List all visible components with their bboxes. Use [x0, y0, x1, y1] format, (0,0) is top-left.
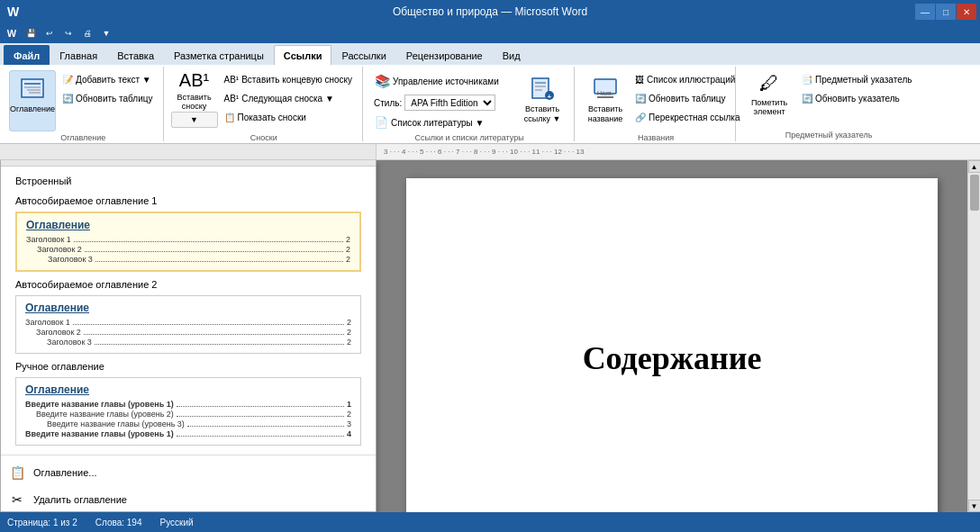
style-row: Стиль: APA Fifth Edition MLA Chicago: [370, 93, 514, 113]
citations-area: 📚 Управление источниками Стиль: APA Fift…: [370, 70, 514, 131]
footnote-group-label: Сноски: [171, 131, 358, 142]
undo-btn[interactable]: ↩: [41, 25, 58, 41]
remove-toc-item[interactable]: ✂ Удалить оглавление: [1, 486, 376, 512]
chevron-down-icon: ▼: [190, 115, 198, 124]
update-table-btn[interactable]: 🔄 Обновить таблицу: [58, 89, 158, 107]
vertical-scrollbar[interactable]: ▲ ▼: [967, 160, 980, 512]
ribbon: Оглавление 📝 Добавить текст ▼ 🔄 Обновить…: [0, 65, 980, 144]
insert-caption-icon: Назв.: [591, 74, 620, 103]
insert-endnote-btn[interactable]: AB¹ Вставить концевую сноску: [220, 70, 358, 88]
update-captions-icon: 🔄: [635, 94, 646, 104]
show-notes-btn[interactable]: 📋 Показать сноски: [220, 108, 358, 126]
manual-toc-section-title: Ручное оглавление: [8, 356, 368, 375]
auto-toc-2-preview[interactable]: Оглавление Заголовок 12 Заголовок 22 Заг…: [15, 295, 361, 354]
toc1-line3: Заголовок 32: [26, 255, 350, 264]
close-button[interactable]: ✕: [957, 4, 976, 20]
cross-ref-icon: 🔗: [635, 113, 646, 122]
manual-line4: Введите название главы (уровень 1)4: [25, 429, 351, 438]
bibliography-btn[interactable]: 📄 Список литературы ▼: [370, 113, 514, 131]
citations-content: 📚 Управление источниками Стиль: APA Fift…: [370, 68, 568, 131]
dropdown-arrow[interactable]: ▼: [98, 25, 114, 41]
ruler-left-pad: [0, 144, 377, 159]
style-label: Стиль:: [374, 98, 402, 108]
add-text-icon: 📝: [62, 75, 73, 85]
cite-top-btns: 📚 Управление источниками Стиль: APA Fift…: [370, 70, 514, 131]
captions-group-label: Названия: [582, 131, 730, 142]
footnote-content: AB¹ Вставитьсноску ▼ AB¹ Вставить концев…: [171, 68, 358, 131]
toc-group-label: Оглавление: [9, 131, 158, 142]
svg-text:+: +: [548, 93, 552, 101]
tab-references[interactable]: Ссылки: [274, 45, 332, 65]
style-select[interactable]: APA Fifth Edition MLA Chicago: [404, 95, 495, 111]
auto-toc-1-heading: Оглавление: [26, 219, 350, 231]
auto-toc-1-section-title: Автособираемое оглавление 1: [8, 190, 368, 210]
insert-citation-btn[interactable]: + Вставитьссылку ▼: [516, 70, 568, 131]
insert-footnote-label: Вставитьсноску: [177, 93, 211, 111]
insert-caption-btn[interactable]: Назв. Вставитьназвание: [582, 70, 629, 131]
toc-label: Оглавление: [10, 104, 55, 114]
ribbon-tabs: Файл Главная Вставка Разметка страницы С…: [0, 43, 980, 65]
scroll-thumb: [970, 175, 979, 211]
index-content: 🖊 Пометитьэлемент 📑 Предметный указатель…: [743, 68, 914, 129]
main-content: ВстроенныйАвтособираемое оглавление 1 Ог…: [0, 160, 980, 512]
table-of-figures-btn[interactable]: 🖼 Список иллюстраций: [631, 70, 730, 88]
tab-review[interactable]: Рецензирование: [396, 45, 493, 65]
toc-secondary-btns: 📝 Добавить текст ▼ 🔄 Обновить таблицу: [58, 70, 158, 107]
tab-file[interactable]: Файл: [4, 45, 50, 65]
print-btn[interactable]: 🖨: [79, 25, 95, 41]
manual-toc-preview[interactable]: Оглавление Введите название главы (урове…: [15, 377, 361, 446]
word-icon-btn[interactable]: W: [4, 25, 20, 41]
tab-insert[interactable]: Вставка: [107, 45, 164, 65]
cross-reference-btn[interactable]: 🔗 Перекрестная ссылка: [631, 108, 730, 126]
scroll-down-btn[interactable]: ▼: [968, 500, 981, 512]
window-controls: — □ ✕: [915, 4, 976, 20]
auto-toc-1-preview[interactable]: Оглавление Заголовок 12 Заголовок 22 Заг…: [15, 212, 361, 272]
update-table-captions-btn[interactable]: 🔄 Обновить таблицу: [631, 89, 730, 107]
mark-entry-btn[interactable]: 🖊 Пометитьэлемент: [746, 70, 793, 117]
index-icon: 📑: [802, 75, 812, 85]
scroll-up-btn[interactable]: ▲: [968, 160, 981, 173]
endnote-icon: AB¹: [224, 75, 240, 85]
toc-dropdown-panel: ВстроенныйАвтособираемое оглавление 1 Ог…: [0, 160, 377, 512]
insert-footnote-area: AB¹ Вставитьсноску ▼: [171, 70, 218, 131]
document-area: Содержание: [377, 160, 967, 512]
insert-footnote-btn[interactable]: AB¹ Вставитьсноску: [171, 70, 218, 110]
panel-header: [1, 160, 376, 167]
builtin-section: ВстроенныйАвтособираемое оглавление 1 Ог…: [1, 167, 376, 451]
toc-ribbon-group: Оглавление 📝 Добавить текст ▼ 🔄 Обновить…: [4, 67, 164, 141]
mark-icon: 🖊: [759, 72, 779, 95]
builtin-title: Встроенный: [8, 170, 368, 190]
next-footnote-btn[interactable]: AB¹ Следующая сноска ▼: [220, 89, 358, 107]
manage-sources-btn[interactable]: 📚 Управление источниками: [370, 70, 514, 92]
insert-citation-icon: +: [528, 74, 557, 103]
index-group-label: Предметный указатель: [743, 129, 914, 140]
mark-label: Пометитьэлемент: [751, 98, 787, 116]
tab-view[interactable]: Вид: [493, 45, 531, 65]
toc-action-icon: 📋: [8, 464, 26, 482]
minimize-button[interactable]: —: [915, 4, 935, 20]
toc-button[interactable]: Оглавление: [9, 70, 56, 131]
quick-access-toolbar: W 💾 ↩ ↪ 🖨 ▼: [0, 23, 980, 43]
maximize-button[interactable]: □: [936, 4, 956, 20]
tab-mailings[interactable]: Рассылки: [331, 45, 395, 65]
show-notes-icon: 📋: [224, 113, 235, 122]
insert-footnote-dropdown[interactable]: ▼: [171, 112, 218, 128]
update-index-btn[interactable]: 🔄 Обновить указатель: [797, 89, 914, 107]
svg-rect-0: [22, 79, 43, 97]
toc-action-item[interactable]: 📋 Оглавление...: [1, 459, 376, 486]
add-text-btn[interactable]: 📝 Добавить текст ▼: [58, 70, 158, 88]
save-quick-btn[interactable]: 💾: [23, 25, 39, 41]
scroll-track[interactable]: [968, 173, 980, 500]
tab-home[interactable]: Главная: [50, 45, 107, 65]
insert-index-btn[interactable]: 📑 Предметный указатель: [797, 70, 914, 88]
auto-toc-2-heading: Оглавление: [25, 302, 351, 314]
document-title: Содержание: [583, 339, 762, 377]
manage-sources-icon: 📚: [375, 74, 390, 88]
panel-divider: [1, 455, 376, 455]
citations-group-label: Ссылки и списки литературы: [370, 131, 568, 142]
redo-btn[interactable]: ↪: [60, 25, 77, 41]
tab-page-layout[interactable]: Разметка страницы: [164, 45, 274, 65]
index-secondary: 📑 Предметный указатель 🔄 Обновить указат…: [797, 70, 914, 107]
title-bar: W Общество и природа — Microsoft Word — …: [0, 0, 980, 23]
footnote-secondary: AB¹ Вставить концевую сноску AB¹ Следующ…: [220, 70, 358, 126]
